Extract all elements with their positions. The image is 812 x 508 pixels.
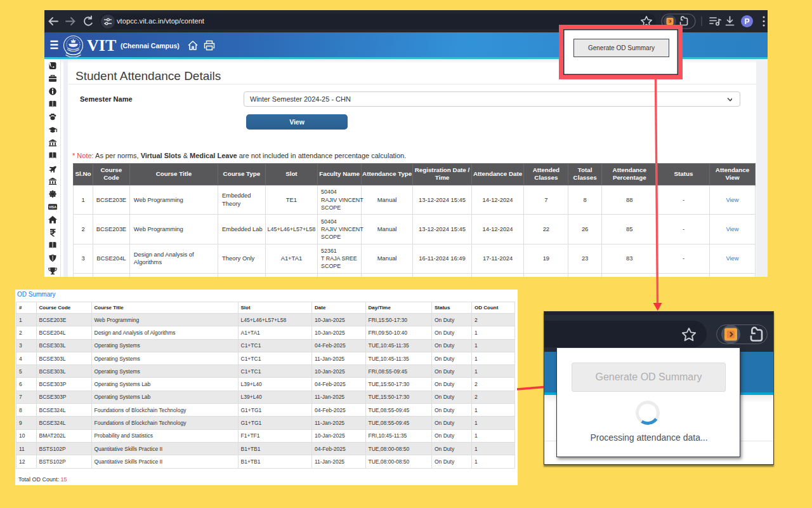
svg-text:VIT: VIT — [70, 39, 75, 43]
svg-text:VISA: VISA — [49, 205, 56, 209]
svg-text:(Chennai Campus): (Chennai Campus) — [121, 42, 180, 50]
svg-text:P: P — [744, 17, 749, 26]
svg-text:VIT: VIT — [87, 36, 116, 55]
